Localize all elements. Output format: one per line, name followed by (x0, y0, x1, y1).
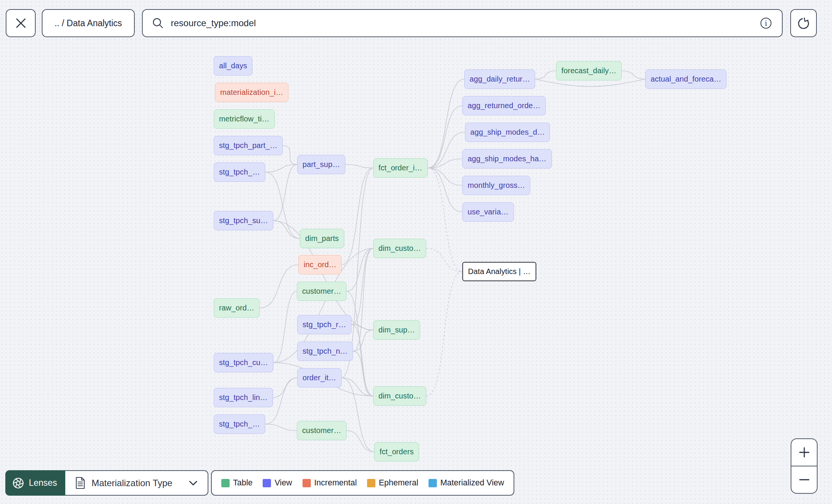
chevron-down-icon (189, 480, 198, 486)
edge-stg_tpch_r-dim_custo_b (351, 325, 373, 396)
zoom-controls (791, 438, 818, 494)
node-all_days[interactable]: all_days (214, 56, 252, 76)
edge-fct_order_i-agg_daily (428, 79, 464, 168)
edge-stg_tpch_su-part_sup (273, 165, 297, 221)
edge-order_it-dim_custo_b (342, 378, 373, 396)
node-stg_tpch_o[interactable]: stg_tpch_… (214, 414, 265, 434)
edge-fct_order_i-exposure (428, 168, 462, 272)
node-stg_tpch_su[interactable]: stg_tpch_su… (214, 211, 273, 230)
node-stg_tpch_r[interactable]: stg_tpch_r… (297, 315, 351, 334)
node-materialization_i[interactable]: materialization_i… (215, 83, 288, 102)
legend-swatch (367, 479, 375, 487)
legend-item-materialized-view: Materialized View (429, 478, 504, 488)
close-button[interactable] (6, 9, 36, 37)
node-agg_ship_ha[interactable]: agg_ship_modes_ha… (462, 149, 552, 169)
edge-inc_ord-fct_order_i (342, 168, 373, 265)
edge-stg_tpch_p2-part_sup (265, 165, 297, 172)
node-monthly_gross[interactable]: monthly_gross… (462, 176, 530, 195)
edge-stg_tpch_r-dim_custo_a (351, 249, 373, 325)
edge-fct_order_i-agg_returned (428, 106, 462, 168)
materialization-legend: TableViewIncrementalEphemeralMaterialize… (211, 470, 514, 496)
search-input[interactable] (171, 18, 752, 28)
legend-item-ephemeral: Ephemeral (367, 478, 418, 488)
node-fct_order_i[interactable]: fct_order_i… (373, 158, 428, 178)
close-icon (15, 17, 27, 29)
node-dim_custo_a[interactable]: dim_custo… (373, 239, 426, 258)
edge-stg_tpch_part-part_sup (283, 146, 297, 165)
minus-icon (799, 474, 810, 485)
node-stg_tpch_n[interactable]: stg_tpch_n… (297, 342, 353, 361)
aperture-icon (12, 477, 24, 489)
breadcrumb-label: .. / Data Analytics (55, 18, 122, 28)
zoom-out-button[interactable] (791, 466, 817, 493)
node-customer_a[interactable]: customer… (297, 282, 347, 301)
edge-customer_a-dim_custo_a (347, 249, 373, 291)
document-icon (75, 477, 85, 489)
lenses-bar: Lenses Materialization Type (5, 470, 208, 496)
edge-order_it-fct_orders (342, 378, 374, 452)
edge-agg_daily-forecast_daily (535, 71, 556, 79)
edge-dim_custo_a-exposure (426, 249, 462, 272)
edge-stg_tpch_n-dim_custo_b (353, 351, 373, 396)
breadcrumb[interactable]: .. / Data Analytics (42, 9, 135, 37)
edge-stg_tpch_n-dim_sup (353, 330, 373, 351)
node-part_sup[interactable]: part_sup… (297, 155, 345, 174)
legend-item-table: Table (221, 478, 252, 488)
edge-stg_tpch_r-dim_sup (351, 325, 373, 330)
node-inc_ord[interactable]: inc_ord… (298, 255, 342, 274)
legend-swatch (221, 479, 230, 487)
legend-swatch (429, 479, 437, 487)
node-stg_tpch_part[interactable]: stg_tpch_part_… (214, 136, 283, 155)
edge-forecast_daily-actual_forecast (622, 71, 645, 79)
legend-item-incremental: Incremental (303, 478, 357, 488)
edge-fct_order_i-agg_ship_ha (428, 159, 462, 168)
legend-label: Table (233, 478, 252, 488)
edge-fct_order_i-use_varia (428, 168, 462, 212)
legend-swatch (263, 479, 271, 487)
edge-stg_tpch_su-dim_parts (273, 221, 300, 239)
node-stg_tpch_p2[interactable]: stg_tpch_… (214, 162, 265, 182)
node-raw_ord[interactable]: raw_ord… (214, 298, 260, 318)
node-fct_orders[interactable]: fct_orders (374, 442, 419, 461)
node-exposure[interactable]: Data Analytics | … (462, 262, 536, 281)
lens-selected-label: Materialization Type (91, 478, 183, 488)
edge-stg_tpch_lin-order_it (273, 378, 297, 398)
search-icon (152, 17, 164, 29)
search-bar[interactable]: i (142, 9, 783, 37)
node-forecast_daily[interactable]: forecast_daily… (556, 61, 622, 80)
plus-icon (799, 447, 810, 458)
node-actual_forecast[interactable]: actual_and_foreca… (645, 69, 726, 89)
node-dim_sup[interactable]: dim_sup… (373, 320, 420, 340)
node-use_varia[interactable]: use_varia… (462, 202, 514, 222)
legend-label: Incremental (314, 478, 357, 488)
edge-dim_custo_b-exposure (426, 272, 462, 396)
refresh-button[interactable] (790, 9, 817, 37)
legend-item-view: View (263, 478, 292, 488)
node-stg_tpch_cu[interactable]: stg_tpch_cu… (214, 353, 273, 372)
legend-label: View (274, 478, 292, 488)
edge-stg_tpch_n-dim_custo_a (353, 249, 373, 351)
edge-fct_order_i-agg_ship_d (428, 132, 465, 168)
zoom-in-button[interactable] (791, 439, 817, 466)
node-dim_custo_b[interactable]: dim_custo… (373, 386, 426, 406)
edge-stg_tpch_o-customer_b (265, 424, 297, 431)
info-icon[interactable]: i (759, 16, 773, 30)
node-dim_parts[interactable]: dim_parts (300, 229, 344, 248)
node-agg_ship_d[interactable]: agg_ship_modes_d… (465, 123, 550, 142)
lenses-label: Lenses (29, 478, 57, 488)
svg-text:i: i (765, 19, 767, 27)
lenses-button[interactable]: Lenses (5, 470, 65, 496)
node-agg_daily[interactable]: agg_daily_retur… (464, 69, 535, 89)
node-agg_returned[interactable]: agg_returned_orde… (462, 96, 546, 115)
edge-part_sup-fct_order_i (345, 165, 373, 168)
node-metricflow_ti[interactable]: metricflow_ti… (214, 109, 275, 129)
lineage-canvas[interactable]: all_daysmaterialization_i…metricflow_ti…… (0, 0, 832, 504)
node-stg_tpch_lin[interactable]: stg_tpch_lin… (214, 388, 273, 407)
node-order_it[interactable]: order_it… (297, 368, 342, 387)
lens-selector[interactable]: Materialization Type (65, 470, 208, 496)
edge-stg_tpch_cu-customer_a (273, 291, 297, 363)
edge-fct_order_i-monthly_gross (428, 168, 462, 186)
legend-label: Ephemeral (379, 478, 418, 488)
node-customer_b[interactable]: customer… (297, 421, 347, 440)
edge-customer_b-fct_orders (347, 431, 374, 452)
